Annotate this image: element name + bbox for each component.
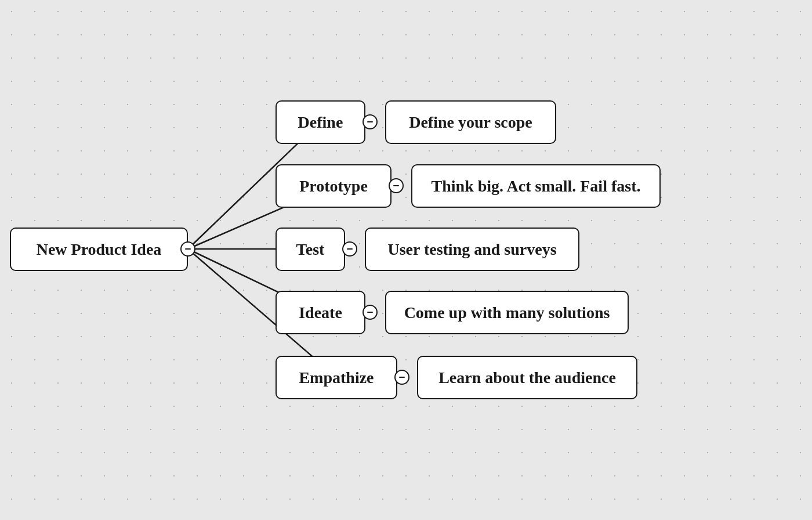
define-connector-dot <box>362 114 378 129</box>
empathize-connector-dot <box>394 370 409 385</box>
ideate-connector-dot <box>362 305 378 320</box>
test-child-node[interactable]: User testing and surveys <box>365 228 579 271</box>
root-connector-dot <box>180 241 195 257</box>
prototype-node[interactable]: Prototype <box>276 164 392 208</box>
empathize-child-node[interactable]: Learn about the audience <box>417 356 637 399</box>
root-node[interactable]: New Product Idea <box>10 228 188 271</box>
ideate-child-node[interactable]: Come up with many solutions <box>385 291 629 334</box>
empathize-node[interactable]: Empathize <box>276 356 397 399</box>
test-connector-dot <box>342 241 357 257</box>
prototype-connector-dot <box>389 178 404 193</box>
define-child-node[interactable]: Define your scope <box>385 100 556 144</box>
test-node[interactable]: Test <box>276 228 345 271</box>
define-node[interactable]: Define <box>276 100 365 144</box>
ideate-node[interactable]: Ideate <box>276 291 365 334</box>
prototype-child-node[interactable]: Think big. Act small. Fail fast. <box>411 164 661 208</box>
